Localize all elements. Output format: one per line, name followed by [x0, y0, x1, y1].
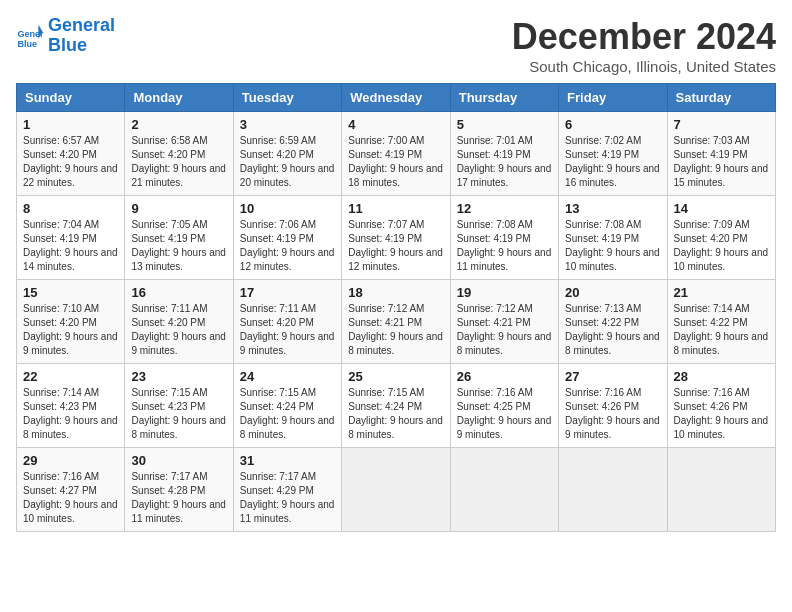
calendar-cell: 3Sunrise: 6:59 AMSunset: 4:20 PMDaylight… [233, 112, 341, 196]
calendar-cell: 7Sunrise: 7:03 AMSunset: 4:19 PMDaylight… [667, 112, 775, 196]
day-info: Sunrise: 7:10 AMSunset: 4:20 PMDaylight:… [23, 302, 118, 358]
day-info: Sunrise: 7:15 AMSunset: 4:23 PMDaylight:… [131, 386, 226, 442]
logo-line1: General [48, 15, 115, 35]
day-number: 7 [674, 117, 769, 132]
calendar-week-row: 29Sunrise: 7:16 AMSunset: 4:27 PMDayligh… [17, 448, 776, 532]
calendar-cell: 23Sunrise: 7:15 AMSunset: 4:23 PMDayligh… [125, 364, 233, 448]
calendar-subtitle: South Chicago, Illinois, United States [512, 58, 776, 75]
calendar-cell: 18Sunrise: 7:12 AMSunset: 4:21 PMDayligh… [342, 280, 450, 364]
calendar-cell: 5Sunrise: 7:01 AMSunset: 4:19 PMDaylight… [450, 112, 558, 196]
day-info: Sunrise: 7:15 AMSunset: 4:24 PMDaylight:… [348, 386, 443, 442]
calendar-cell: 13Sunrise: 7:08 AMSunset: 4:19 PMDayligh… [559, 196, 667, 280]
day-number: 29 [23, 453, 118, 468]
day-info: Sunrise: 7:13 AMSunset: 4:22 PMDaylight:… [565, 302, 660, 358]
day-number: 23 [131, 369, 226, 384]
day-info: Sunrise: 7:08 AMSunset: 4:19 PMDaylight:… [565, 218, 660, 274]
calendar-cell: 21Sunrise: 7:14 AMSunset: 4:22 PMDayligh… [667, 280, 775, 364]
day-number: 9 [131, 201, 226, 216]
day-number: 18 [348, 285, 443, 300]
day-info: Sunrise: 7:05 AMSunset: 4:19 PMDaylight:… [131, 218, 226, 274]
day-info: Sunrise: 6:59 AMSunset: 4:20 PMDaylight:… [240, 134, 335, 190]
calendar-cell: 24Sunrise: 7:15 AMSunset: 4:24 PMDayligh… [233, 364, 341, 448]
calendar-cell: 27Sunrise: 7:16 AMSunset: 4:26 PMDayligh… [559, 364, 667, 448]
calendar-cell: 17Sunrise: 7:11 AMSunset: 4:20 PMDayligh… [233, 280, 341, 364]
day-number: 30 [131, 453, 226, 468]
day-info: Sunrise: 7:12 AMSunset: 4:21 PMDaylight:… [457, 302, 552, 358]
day-number: 6 [565, 117, 660, 132]
day-number: 21 [674, 285, 769, 300]
day-number: 28 [674, 369, 769, 384]
day-info: Sunrise: 7:16 AMSunset: 4:26 PMDaylight:… [674, 386, 769, 442]
day-info: Sunrise: 7:11 AMSunset: 4:20 PMDaylight:… [240, 302, 335, 358]
calendar-cell: 9Sunrise: 7:05 AMSunset: 4:19 PMDaylight… [125, 196, 233, 280]
day-number: 22 [23, 369, 118, 384]
calendar-cell: 1Sunrise: 6:57 AMSunset: 4:20 PMDaylight… [17, 112, 125, 196]
calendar-cell: 12Sunrise: 7:08 AMSunset: 4:19 PMDayligh… [450, 196, 558, 280]
day-info: Sunrise: 7:09 AMSunset: 4:20 PMDaylight:… [674, 218, 769, 274]
calendar-cell [559, 448, 667, 532]
calendar-cell: 10Sunrise: 7:06 AMSunset: 4:19 PMDayligh… [233, 196, 341, 280]
calendar-cell: 14Sunrise: 7:09 AMSunset: 4:20 PMDayligh… [667, 196, 775, 280]
calendar-cell: 30Sunrise: 7:17 AMSunset: 4:28 PMDayligh… [125, 448, 233, 532]
day-info: Sunrise: 7:11 AMSunset: 4:20 PMDaylight:… [131, 302, 226, 358]
day-info: Sunrise: 7:15 AMSunset: 4:24 PMDaylight:… [240, 386, 335, 442]
day-number: 4 [348, 117, 443, 132]
calendar-cell: 2Sunrise: 6:58 AMSunset: 4:20 PMDaylight… [125, 112, 233, 196]
weekday-header: Wednesday [342, 84, 450, 112]
calendar-title: December 2024 [512, 16, 776, 58]
weekday-header: Monday [125, 84, 233, 112]
day-info: Sunrise: 7:12 AMSunset: 4:21 PMDaylight:… [348, 302, 443, 358]
day-info: Sunrise: 7:02 AMSunset: 4:19 PMDaylight:… [565, 134, 660, 190]
day-number: 16 [131, 285, 226, 300]
day-info: Sunrise: 7:14 AMSunset: 4:22 PMDaylight:… [674, 302, 769, 358]
day-info: Sunrise: 6:58 AMSunset: 4:20 PMDaylight:… [131, 134, 226, 190]
calendar-week-row: 8Sunrise: 7:04 AMSunset: 4:19 PMDaylight… [17, 196, 776, 280]
calendar-cell: 28Sunrise: 7:16 AMSunset: 4:26 PMDayligh… [667, 364, 775, 448]
calendar-week-row: 1Sunrise: 6:57 AMSunset: 4:20 PMDaylight… [17, 112, 776, 196]
day-info: Sunrise: 7:01 AMSunset: 4:19 PMDaylight:… [457, 134, 552, 190]
day-number: 11 [348, 201, 443, 216]
day-info: Sunrise: 7:08 AMSunset: 4:19 PMDaylight:… [457, 218, 552, 274]
day-info: Sunrise: 7:14 AMSunset: 4:23 PMDaylight:… [23, 386, 118, 442]
calendar-cell: 6Sunrise: 7:02 AMSunset: 4:19 PMDaylight… [559, 112, 667, 196]
weekday-header: Saturday [667, 84, 775, 112]
calendar-cell [450, 448, 558, 532]
calendar-cell: 19Sunrise: 7:12 AMSunset: 4:21 PMDayligh… [450, 280, 558, 364]
day-info: Sunrise: 7:17 AMSunset: 4:28 PMDaylight:… [131, 470, 226, 526]
day-number: 3 [240, 117, 335, 132]
svg-text:Blue: Blue [17, 39, 37, 49]
calendar-cell: 25Sunrise: 7:15 AMSunset: 4:24 PMDayligh… [342, 364, 450, 448]
calendar-cell: 15Sunrise: 7:10 AMSunset: 4:20 PMDayligh… [17, 280, 125, 364]
calendar-cell: 16Sunrise: 7:11 AMSunset: 4:20 PMDayligh… [125, 280, 233, 364]
day-number: 31 [240, 453, 335, 468]
day-info: Sunrise: 7:00 AMSunset: 4:19 PMDaylight:… [348, 134, 443, 190]
day-number: 14 [674, 201, 769, 216]
calendar-week-row: 15Sunrise: 7:10 AMSunset: 4:20 PMDayligh… [17, 280, 776, 364]
day-info: Sunrise: 7:17 AMSunset: 4:29 PMDaylight:… [240, 470, 335, 526]
day-number: 2 [131, 117, 226, 132]
day-number: 19 [457, 285, 552, 300]
calendar-cell [667, 448, 775, 532]
day-number: 8 [23, 201, 118, 216]
calendar-cell: 22Sunrise: 7:14 AMSunset: 4:23 PMDayligh… [17, 364, 125, 448]
day-number: 12 [457, 201, 552, 216]
calendar-cell: 11Sunrise: 7:07 AMSunset: 4:19 PMDayligh… [342, 196, 450, 280]
header: General Blue General Blue December 2024 … [16, 16, 776, 75]
day-number: 17 [240, 285, 335, 300]
calendar-cell [342, 448, 450, 532]
day-number: 27 [565, 369, 660, 384]
day-info: Sunrise: 7:07 AMSunset: 4:19 PMDaylight:… [348, 218, 443, 274]
day-info: Sunrise: 7:03 AMSunset: 4:19 PMDaylight:… [674, 134, 769, 190]
logo: General Blue General Blue [16, 16, 115, 56]
day-number: 24 [240, 369, 335, 384]
day-number: 15 [23, 285, 118, 300]
calendar-cell: 8Sunrise: 7:04 AMSunset: 4:19 PMDaylight… [17, 196, 125, 280]
day-info: Sunrise: 7:06 AMSunset: 4:19 PMDaylight:… [240, 218, 335, 274]
day-number: 26 [457, 369, 552, 384]
day-info: Sunrise: 7:16 AMSunset: 4:26 PMDaylight:… [565, 386, 660, 442]
calendar-cell: 29Sunrise: 7:16 AMSunset: 4:27 PMDayligh… [17, 448, 125, 532]
day-info: Sunrise: 7:16 AMSunset: 4:25 PMDaylight:… [457, 386, 552, 442]
logo-line2: Blue [48, 35, 87, 55]
day-number: 1 [23, 117, 118, 132]
calendar-week-row: 22Sunrise: 7:14 AMSunset: 4:23 PMDayligh… [17, 364, 776, 448]
